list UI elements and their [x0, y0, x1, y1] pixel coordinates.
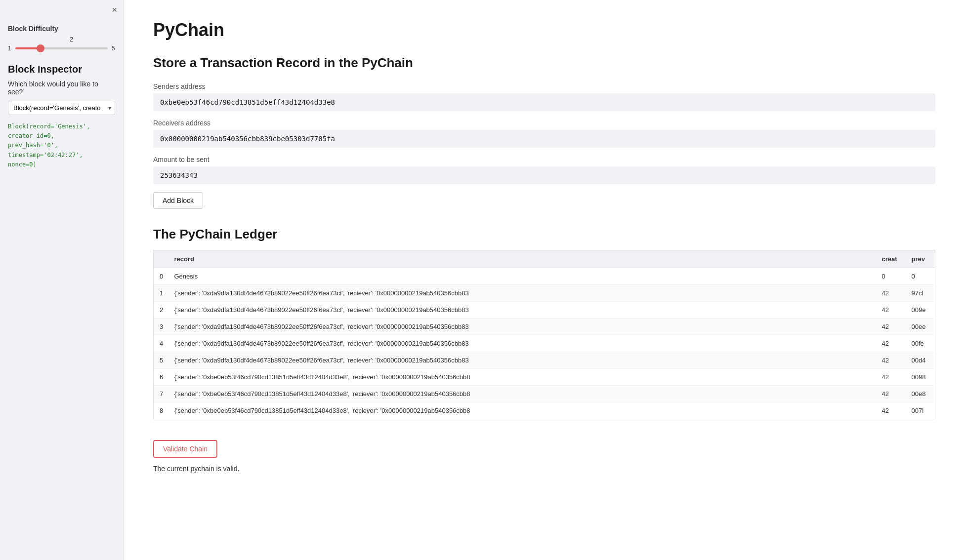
cell-index: 0: [154, 268, 168, 285]
cell-prev: 00ee: [906, 319, 935, 335]
cell-record: {'sender': '0xbe0eb53f46cd790cd13851d5ef…: [168, 402, 876, 419]
slider-max-label: 5: [112, 45, 115, 52]
cell-prev: 00e8: [906, 386, 935, 402]
amount-label: Amount to be sent: [153, 156, 935, 163]
table-row: 2 {'sender': '0xda9dfa130df4de4673b89022…: [154, 302, 935, 319]
cell-index: 4: [154, 335, 168, 352]
app-title: PyChain: [153, 20, 935, 40]
main-content: PyChain Store a Transaction Record in th…: [124, 0, 965, 560]
cell-index: 3: [154, 319, 168, 335]
ledger-table: record creat prev 0 Genesis 0 0 1 {'send…: [153, 250, 935, 419]
sender-value: 0xbe0eb53f46cd790cd13851d5eff43d12404d33…: [153, 93, 935, 111]
sender-label: Senders address: [153, 82, 935, 90]
cell-record: {'sender': '0xbe0eb53f46cd790cd13851d5ef…: [168, 386, 876, 402]
cell-record: {'sender': '0xda9dfa130df4de4673b89022ee…: [168, 285, 876, 302]
cell-creator: 0: [876, 268, 906, 285]
block-inspector-title: Block Inspector: [8, 64, 115, 75]
block-inspector-question: Which block would you like to see?: [8, 80, 115, 96]
cell-prev: 97cl: [906, 285, 935, 302]
block-selector-wrapper: Block(record='Genesis', creator_id=... ▾: [8, 101, 115, 115]
add-block-button[interactable]: Add Block: [153, 192, 203, 209]
slider-value-display: 2: [28, 36, 115, 43]
table-header-row: record creat prev: [154, 250, 935, 268]
cell-index: 5: [154, 352, 168, 369]
validate-chain-button[interactable]: Validate Chain: [153, 440, 217, 458]
ledger-title: The PyChain Ledger: [153, 227, 935, 242]
cell-prev: 0: [906, 268, 935, 285]
sidebar: × Block Difficulty 2 1 5 Block Inspector…: [0, 0, 124, 560]
cell-prev: 00d4: [906, 352, 935, 369]
table-row: 5 {'sender': '0xda9dfa130df4de4673b89022…: [154, 352, 935, 369]
cell-index: 1: [154, 285, 168, 302]
cell-record: {'sender': '0xda9dfa130df4de4673b89022ee…: [168, 335, 876, 352]
amount-value: 253634343: [153, 166, 935, 184]
cell-creator: 42: [876, 386, 906, 402]
table-row: 1 {'sender': '0xda9dfa130df4de4673b89022…: [154, 285, 935, 302]
table-row: 8 {'sender': '0xbe0eb53f46cd790cd13851d5…: [154, 402, 935, 419]
cell-index: 2: [154, 302, 168, 319]
table-row: 3 {'sender': '0xda9dfa130df4de4673b89022…: [154, 319, 935, 335]
cell-record: {'sender': '0xda9dfa130df4de4673b89022ee…: [168, 352, 876, 369]
col-header-record: record: [168, 250, 876, 268]
cell-prev: 007l: [906, 402, 935, 419]
cell-creator: 42: [876, 302, 906, 319]
col-header-prev: prev: [906, 250, 935, 268]
cell-record: {'sender': '0xda9dfa130df4de4673b89022ee…: [168, 319, 876, 335]
receiver-label: Receivers address: [153, 119, 935, 127]
block-details: Block(record='Genesis', creator_id=0, pr…: [8, 122, 115, 169]
receiver-value: 0x00000000219ab540356cbb839cbe05303d7705…: [153, 130, 935, 148]
cell-prev: 00fe: [906, 335, 935, 352]
block-selector-dropdown[interactable]: Block(record='Genesis', creator_id=...: [8, 101, 115, 115]
cell-index: 6: [154, 369, 168, 386]
col-header-creator: creat: [876, 250, 906, 268]
cell-record: {'sender': '0xda9dfa130df4de4673b89022ee…: [168, 302, 876, 319]
cell-record: Genesis: [168, 268, 876, 285]
cell-index: 7: [154, 386, 168, 402]
transaction-section-title: Store a Transaction Record in the PyChai…: [153, 55, 935, 71]
cell-creator: 42: [876, 319, 906, 335]
cell-creator: 42: [876, 352, 906, 369]
table-row: 6 {'sender': '0xbe0eb53f46cd790cd13851d5…: [154, 369, 935, 386]
slider-container: 1 5: [8, 45, 115, 52]
cell-creator: 42: [876, 285, 906, 302]
table-row: 4 {'sender': '0xda9dfa130df4de4673b89022…: [154, 335, 935, 352]
cell-creator: 42: [876, 335, 906, 352]
cell-creator: 42: [876, 402, 906, 419]
slider-min-label: 1: [8, 45, 11, 52]
table-row: 0 Genesis 0 0: [154, 268, 935, 285]
table-row: 7 {'sender': '0xbe0eb53f46cd790cd13851d5…: [154, 386, 935, 402]
close-button[interactable]: ×: [112, 5, 117, 15]
cell-prev: 009e: [906, 302, 935, 319]
cell-record: {'sender': '0xbe0eb53f46cd790cd13851d5ef…: [168, 369, 876, 386]
cell-index: 8: [154, 402, 168, 419]
valid-message: The current pychain is valid.: [153, 465, 935, 473]
block-difficulty-label: Block Difficulty: [8, 25, 115, 33]
cell-prev: 0098: [906, 369, 935, 386]
col-header-index: [154, 250, 168, 268]
difficulty-slider[interactable]: [15, 47, 108, 49]
cell-creator: 42: [876, 369, 906, 386]
